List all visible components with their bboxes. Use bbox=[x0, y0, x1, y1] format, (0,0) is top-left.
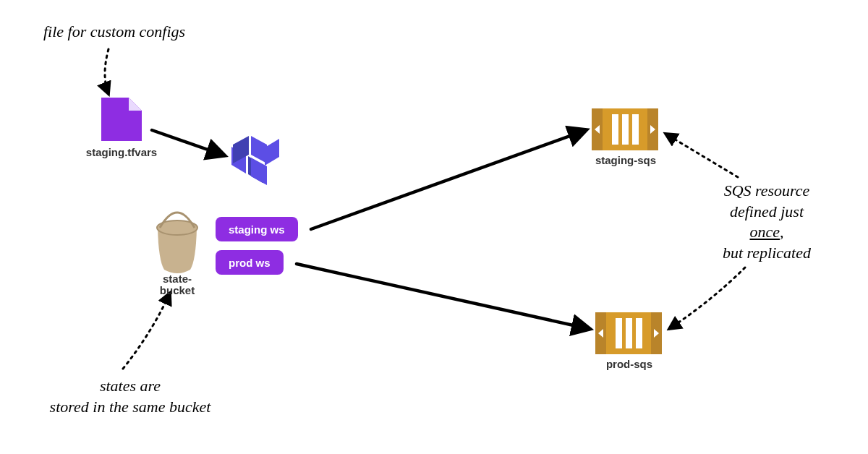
svg-rect-13 bbox=[612, 114, 618, 145]
svg-rect-14 bbox=[622, 114, 629, 145]
note-sqs-replicated: SQS resourcedefined justonce,but replica… bbox=[702, 181, 832, 263]
connector-note-to-stagingsqs bbox=[665, 134, 738, 177]
connector-note-to-bucket bbox=[123, 293, 170, 369]
note-states-bucket: states arestored in the same bucket bbox=[22, 376, 239, 417]
staging-sqs-label: staging-sqs bbox=[582, 154, 669, 166]
connector-stagingws-to-stagingsqs bbox=[311, 130, 586, 229]
tfvars-label: staging.tfvars bbox=[78, 146, 165, 158]
note-custom-configs: file for custom configs bbox=[43, 22, 231, 43]
svg-rect-22 bbox=[626, 318, 632, 348]
connector-note-to-tfvars bbox=[105, 49, 109, 94]
svg-rect-15 bbox=[632, 114, 639, 145]
connector-note-to-prodsqs bbox=[669, 267, 745, 329]
svg-rect-21 bbox=[616, 318, 622, 348]
prod-ws-pill: prod ws bbox=[216, 250, 284, 275]
bucket-icon bbox=[157, 213, 197, 273]
prod-sqs-label: prod-sqs bbox=[586, 358, 673, 370]
svg-rect-23 bbox=[636, 318, 642, 348]
file-icon bbox=[101, 98, 142, 141]
sqs-icon-staging bbox=[592, 108, 658, 150]
connector-prodws-to-prodsqs bbox=[297, 264, 590, 329]
staging-ws-pill: staging ws bbox=[216, 217, 298, 241]
sqs-icon-prod bbox=[595, 312, 662, 354]
bucket-label: state-bucket bbox=[148, 273, 206, 296]
